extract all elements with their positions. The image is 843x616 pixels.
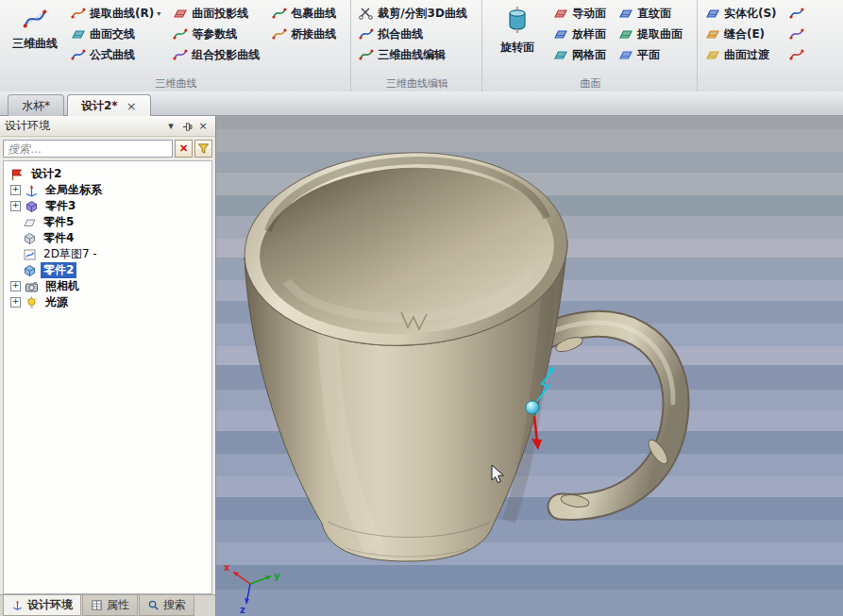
ribbon-button[interactable]: 组合投影曲线 <box>171 44 261 65</box>
ribbon-big-button[interactable]: 三维曲线 <box>6 3 64 54</box>
tree-item[interactable]: 零件5 <box>4 214 211 230</box>
ribbon-button[interactable] <box>787 3 810 24</box>
document-tab-design2[interactable]: 设计2* × <box>67 94 151 116</box>
loft-surface-icon <box>553 26 568 42</box>
ribbon-button-label: 直纹面 <box>637 6 671 22</box>
combined-projection-curve-icon <box>173 47 188 62</box>
clipped-button-2-icon <box>789 26 804 42</box>
tree-item[interactable]: 零件2 <box>4 262 211 278</box>
ribbon-button[interactable]: 曲面投影线 <box>171 3 261 24</box>
ribbon-button[interactable]: 实体化(S) <box>703 3 779 24</box>
panel-footer-tab[interactable]: 属性 <box>82 595 138 616</box>
revolve-surface-icon <box>503 5 531 38</box>
search-input[interactable] <box>3 140 173 158</box>
ribbon-button[interactable]: 缝合(E) <box>703 24 779 44</box>
ribbon-button[interactable]: 提取曲线(R)▾ <box>69 3 162 24</box>
triad-y-label: y <box>274 571 280 581</box>
mug-model[interactable] <box>240 144 676 561</box>
ribbon-button-label: 裁剪/分割3D曲线 <box>378 6 467 22</box>
ribbon-button-label: 导动面 <box>572 6 606 22</box>
ribbon-button[interactable]: 导动面 <box>551 3 608 24</box>
ribbon-group-label: 三维曲线 <box>6 77 346 92</box>
tree-item-label: 照相机 <box>42 278 82 294</box>
sketch-icon <box>23 248 37 261</box>
tree-item[interactable]: +照相机 <box>4 278 211 294</box>
tree-item-label: 零件3 <box>42 198 78 214</box>
surface-projection-curve-icon <box>173 6 188 21</box>
expander-icon[interactable]: + <box>10 185 21 195</box>
ribbon-button-label: 组合投影曲线 <box>192 47 260 63</box>
ribbon-button[interactable]: 曲面过渡 <box>703 44 779 65</box>
ribbon-button-label: 公式曲线 <box>90 47 135 63</box>
dropdown-arrow-icon[interactable]: ▾ <box>157 9 160 18</box>
ribbon-button-label: 桥接曲线 <box>291 26 336 42</box>
ribbon-button[interactable]: 直纹面 <box>616 3 684 24</box>
clipped-button-3-icon <box>789 47 804 62</box>
clear-search-button[interactable]: ✕ <box>175 140 193 158</box>
tree-item[interactable]: +光源 <box>4 294 211 310</box>
ribbon-button[interactable]: 等参数线 <box>171 24 261 44</box>
ribbon-button[interactable]: 拟合曲线 <box>357 24 469 44</box>
expander-icon[interactable]: + <box>10 281 21 291</box>
chevron-down-icon[interactable]: ▾ <box>163 120 178 132</box>
ribbon-big-button[interactable]: 旋转面 <box>488 3 547 58</box>
3d-viewport[interactable]: x y z <box>216 116 843 616</box>
ribbon-button[interactable]: 放样面 <box>551 24 608 44</box>
expander-icon[interactable]: + <box>10 201 21 211</box>
tree-item[interactable]: +零件3 <box>4 198 211 214</box>
panel-header: 设计环境 ▾ × <box>0 116 215 137</box>
ribbon-button[interactable]: 网格面 <box>551 44 608 65</box>
design-tree: 设计2+全局坐标系+零件3零件5零件42D草图7 -零件2+照相机+光源 <box>3 160 212 594</box>
edit-3d-curve-icon <box>359 47 374 62</box>
ribbon-button[interactable]: 包裹曲线 <box>270 3 338 24</box>
panel-footer-tab-label: 属性 <box>107 597 129 613</box>
ribbon-group: 实体化(S)缝合(E)曲面过渡 <box>697 0 822 92</box>
close-panel-icon[interactable]: × <box>195 120 211 132</box>
ribbon-group-label: 三维曲线编辑 <box>357 77 478 92</box>
tree-item-label: 设计2 <box>28 166 64 182</box>
panel-footer-tab[interactable]: 设计环境 <box>3 595 81 616</box>
ribbon-button[interactable]: 裁剪/分割3D曲线 <box>357 3 469 24</box>
ribbon-button[interactable]: 桥接曲线 <box>270 24 338 44</box>
ribbon-button[interactable]: 平面 <box>616 44 684 65</box>
light-icon <box>25 296 39 309</box>
tree-item-label: 零件2 <box>41 262 76 278</box>
ribbon-group-label <box>703 77 818 92</box>
plane-surface-icon <box>618 47 633 62</box>
design-environment-panel: 设计环境 ▾ × ✕ 设计2+全局坐标系+零件3零件5零件42D草图7 -零件2… <box>0 116 216 616</box>
expander-icon[interactable]: + <box>10 297 21 308</box>
ribbon-button[interactable]: 公式曲线 <box>69 44 162 65</box>
ribbon-button-label: 等参数线 <box>192 26 237 42</box>
document-tab-label: 设计2* <box>81 98 118 114</box>
pin-icon[interactable] <box>179 120 194 132</box>
ribbon-button[interactable]: 三维曲线编辑 <box>357 44 469 65</box>
tree-item[interactable]: 2D草图7 - <box>4 246 211 262</box>
ribbon-big-button-label: 旋转面 <box>500 40 534 56</box>
ribbon-button-label: 曲面过渡 <box>724 47 769 63</box>
ribbon-button[interactable]: 提取曲面 <box>616 24 684 44</box>
mesh-surface-icon <box>553 47 568 62</box>
tree-item[interactable]: +全局坐标系 <box>4 182 211 198</box>
formula-curve-icon <box>71 47 86 62</box>
panel-title: 设计环境 <box>5 118 162 134</box>
ribbon-big-button-label: 三维曲线 <box>12 36 58 52</box>
ribbon-button-label: 三维曲线编辑 <box>378 47 446 63</box>
ribbon-button-label: 缝合(E) <box>724 26 765 42</box>
document-tabbar: 水杯* 设计2* × <box>0 92 843 116</box>
document-tab-watercup[interactable]: 水杯* <box>8 94 64 116</box>
ribbon-button[interactable] <box>787 24 810 44</box>
tree-item[interactable]: 设计2 <box>4 166 211 182</box>
stitch-surface-icon <box>705 26 720 42</box>
ribbon-button-label: 平面 <box>637 47 660 63</box>
ribbon-group: 旋转面导动面放样面网格面直纹面提取曲面平面曲面 <box>481 0 697 92</box>
ribbon-button[interactable]: 曲面交线 <box>69 24 162 44</box>
close-tab-icon[interactable]: × <box>126 100 137 112</box>
coordsys-icon <box>25 184 39 197</box>
surface-intersection-curve-icon <box>71 26 86 42</box>
filter-button[interactable] <box>194 140 212 158</box>
tree-item-label: 光源 <box>42 294 71 310</box>
ribbon-button[interactable] <box>787 44 810 65</box>
ruled-surface-icon <box>618 6 633 21</box>
tree-item[interactable]: 零件4 <box>4 230 211 246</box>
panel-footer-tab[interactable]: 搜索 <box>139 595 194 616</box>
